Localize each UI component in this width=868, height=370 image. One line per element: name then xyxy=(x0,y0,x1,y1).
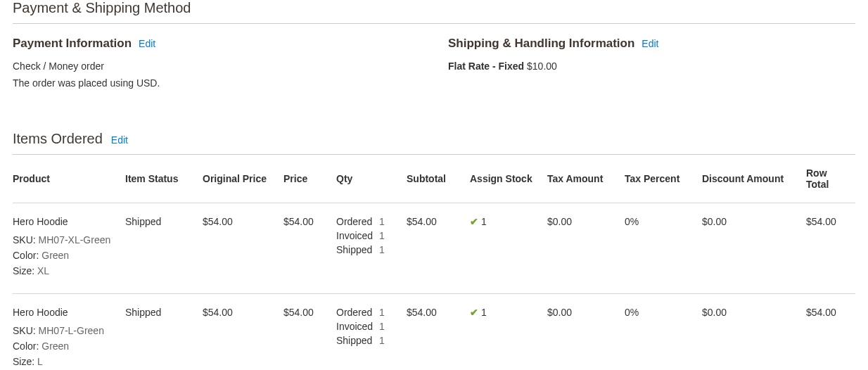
cell-qty: Ordered1 Invoiced1 Shipped1 xyxy=(336,203,407,294)
shipping-edit-link[interactable]: Edit xyxy=(642,38,658,49)
cell-assign-stock: ✔1 xyxy=(470,203,547,294)
product-name: Hero Hoodie xyxy=(13,216,118,227)
col-taxp: Tax Percent xyxy=(625,155,702,203)
cell-discount: $0.00 xyxy=(702,294,806,371)
cell-row-total: $54.00 xyxy=(806,203,855,294)
payment-method-text: Check / Money order xyxy=(13,60,420,72)
cell-status: Shipped xyxy=(125,294,203,371)
items-ordered-title: Items Ordered xyxy=(13,131,103,147)
product-sku-row: SKU: MH07-L-Green xyxy=(13,325,118,336)
product-color-row: Color: Green xyxy=(13,250,118,261)
cell-tax-amount: $0.00 xyxy=(547,294,625,371)
cell-row-total: $54.00 xyxy=(806,294,855,371)
shipping-method-label: Flat Rate - Fixed xyxy=(448,60,524,72)
shipping-method-line: Flat Rate - Fixed $10.00 xyxy=(448,60,855,72)
items-ordered-title-row: Items Ordered Edit xyxy=(13,131,855,155)
check-icon: ✔ xyxy=(470,307,478,318)
payment-column: Payment Information Edit Check / Money o… xyxy=(13,37,420,89)
cell-subtotal: $54.00 xyxy=(407,203,470,294)
col-assign: Assign Stock xyxy=(470,155,547,203)
payship-section-title: Payment & Shipping Method xyxy=(13,0,855,24)
shipping-column: Shipping & Handling Information Edit Fla… xyxy=(448,37,855,89)
col-status: Item Status xyxy=(125,155,203,203)
product-name: Hero Hoodie xyxy=(13,307,118,318)
col-subtotal: Subtotal xyxy=(407,155,470,203)
product-color-row: Color: Green xyxy=(13,340,118,352)
table-row: Hero Hoodie SKU: MH07-L-Green Color: Gre… xyxy=(13,294,855,371)
items-table: Product Item Status Original Price Price… xyxy=(13,155,855,370)
cell-tax-percent: 0% xyxy=(625,203,702,294)
col-qty: Qty xyxy=(336,155,407,203)
table-row: Hero Hoodie SKU: MH07-XL-Green Color: Gr… xyxy=(13,203,855,294)
cell-qty: Ordered1 Invoiced1 Shipped1 xyxy=(336,294,407,371)
col-product: Product xyxy=(13,155,125,203)
items-edit-link[interactable]: Edit xyxy=(111,134,128,146)
cell-assign-stock: ✔1 xyxy=(470,294,547,371)
cell-subtotal: $54.00 xyxy=(407,294,470,371)
payment-currency-note: The order was placed using USD. xyxy=(13,77,420,89)
cell-original-price: $54.00 xyxy=(203,294,283,371)
payment-heading-row: Payment Information Edit xyxy=(13,37,420,51)
col-tax: Tax Amount xyxy=(547,155,625,203)
payment-edit-link[interactable]: Edit xyxy=(139,38,155,49)
shipping-heading-row: Shipping & Handling Information Edit xyxy=(448,37,855,51)
col-oprice: Original Price xyxy=(203,155,283,203)
cell-tax-amount: $0.00 xyxy=(547,203,625,294)
cell-price: $54.00 xyxy=(283,203,336,294)
check-icon: ✔ xyxy=(470,216,478,227)
cell-original-price: $54.00 xyxy=(203,203,283,294)
shipping-amount: $10.00 xyxy=(527,60,557,72)
col-price: Price xyxy=(283,155,336,203)
product-sku-row: SKU: MH07-XL-Green xyxy=(13,234,118,245)
cell-status: Shipped xyxy=(125,203,203,294)
cell-product: Hero Hoodie SKU: MH07-XL-Green Color: Gr… xyxy=(13,203,125,294)
cell-discount: $0.00 xyxy=(702,203,806,294)
cell-tax-percent: 0% xyxy=(625,294,702,371)
product-size-row: Size: XL xyxy=(13,265,118,276)
col-rowtotal: Row Total xyxy=(806,155,855,203)
payment-shipping-row: Payment Information Edit Check / Money o… xyxy=(13,37,855,89)
product-size-row: Size: L xyxy=(13,356,118,367)
cell-product: Hero Hoodie SKU: MH07-L-Green Color: Gre… xyxy=(13,294,125,371)
items-header-row: Product Item Status Original Price Price… xyxy=(13,155,855,203)
shipping-heading: Shipping & Handling Information xyxy=(448,37,634,51)
payment-heading: Payment Information xyxy=(13,37,132,51)
cell-price: $54.00 xyxy=(283,294,336,371)
col-disc: Discount Amount xyxy=(702,155,806,203)
